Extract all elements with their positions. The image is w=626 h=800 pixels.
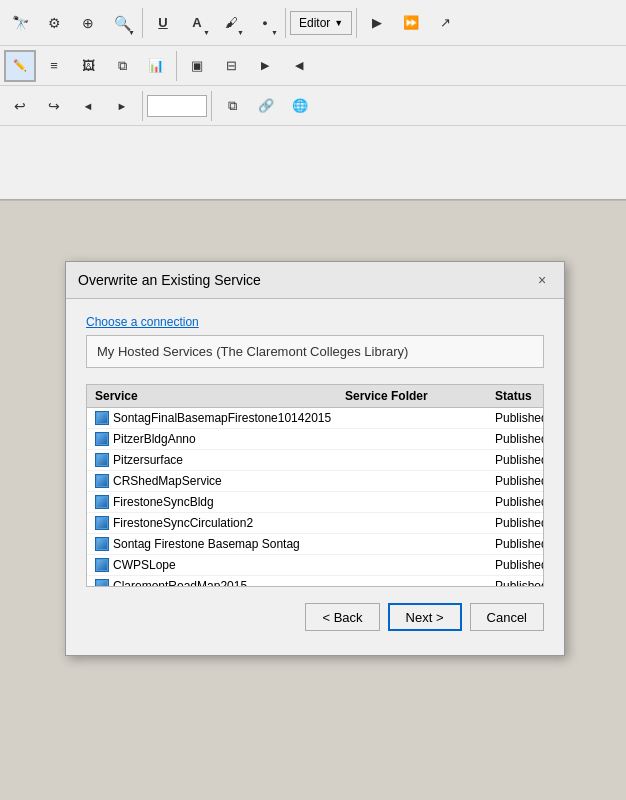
service-name: CRShedMapService	[95, 474, 345, 488]
service-name-text: Pitzersurface	[113, 453, 183, 467]
dialog-title: Overwrite an Existing Service	[78, 272, 261, 288]
service-status: Published	[495, 453, 544, 467]
table-button[interactable]: ≡	[38, 50, 70, 82]
tool-button[interactable]	[38, 7, 70, 39]
service-status: Published	[495, 411, 544, 425]
service-name-text: FirestoneSyncBldg	[113, 495, 214, 509]
arrow-right-button[interactable]: ▶	[249, 50, 281, 82]
back-button[interactable]: ↩	[4, 90, 36, 122]
split-icon: ⊟	[226, 58, 237, 73]
main-area: Overwrite an Existing Service × Choose a…	[0, 201, 626, 800]
img-icon: 🖼	[82, 58, 95, 73]
toolbar-row-3: ↩ ↪ ◄ ► 100% ⧉ 🔗 🌐	[0, 86, 626, 126]
back-label: < Back	[322, 610, 362, 625]
img-button[interactable]: 🖼	[72, 50, 104, 82]
zoom-input[interactable]: 100%	[147, 95, 207, 117]
service-name: CWPSLope	[95, 558, 345, 572]
prev-page-button[interactable]: ◄	[72, 90, 104, 122]
choose-connection-label: Choose a connection	[86, 315, 544, 329]
link-button[interactable]: 🔗	[250, 90, 282, 122]
step-fwd-button[interactable]: ⏩	[395, 7, 427, 39]
col-status: Status	[495, 389, 595, 403]
next-dialog-button[interactable]: Next >	[388, 603, 462, 631]
service-status: Published	[495, 537, 544, 551]
service-name-text: ClaremontRoadMap2015	[113, 579, 247, 587]
arrow-icon: ▼	[128, 29, 135, 36]
service-name-text: SontagFinalBasemapFirestone10142015	[113, 411, 331, 425]
arrow-left-button[interactable]: ◀	[283, 50, 315, 82]
binoculars-button[interactable]	[4, 7, 36, 39]
back-dialog-button[interactable]: < Back	[305, 603, 379, 631]
font-button[interactable]: A ▼	[181, 7, 213, 39]
next-page-icon: ►	[117, 100, 128, 112]
paint-button[interactable]: 🖌 ▼	[215, 7, 247, 39]
table-row[interactable]: FirestoneSyncCirculation2 Published	[87, 513, 543, 534]
separator-3	[356, 8, 357, 38]
service-name: Sontag Firestone Basemap Sontag	[95, 537, 345, 551]
separator-5	[142, 91, 143, 121]
dialog-titlebar: Overwrite an Existing Service ×	[66, 262, 564, 299]
split-button[interactable]: ⊟	[215, 50, 247, 82]
cancel-dialog-button[interactable]: Cancel	[470, 603, 544, 631]
editor-button[interactable]: Editor ▼	[290, 11, 352, 35]
services-table-body[interactable]: SontagFinalBasemapFirestone10142015 Publ…	[86, 407, 544, 587]
connection-value[interactable]: My Hosted Services (The Claremont Colleg…	[86, 335, 544, 368]
service-name: PitzerBldgAnno	[95, 432, 345, 446]
table-row[interactable]: Pitzersurface Published	[87, 450, 543, 471]
dialog-footer: < Back Next > Cancel	[86, 603, 544, 635]
table-row[interactable]: CWPSLope Published	[87, 555, 543, 576]
zoomin-button[interactable]: 🔍 ▼	[106, 7, 138, 39]
service-icon	[95, 516, 109, 530]
service-icon	[95, 495, 109, 509]
toolbar-row-1: 🔍 ▼ U A ▼ 🖌 ▼ ● ▼ Editor ▼ ▶ ⏩	[0, 0, 626, 46]
dot-button[interactable]: ● ▼	[249, 7, 281, 39]
chart-icon: 📊	[148, 58, 164, 73]
play-button[interactable]: ▶	[361, 7, 393, 39]
table-row[interactable]: CRShedMapService Published	[87, 471, 543, 492]
diagonal-button[interactable]: ↗	[429, 7, 461, 39]
copy-icon: ⧉	[228, 98, 237, 114]
prev-page-icon: ◄	[83, 100, 94, 112]
service-icon	[95, 453, 109, 467]
separator-6	[211, 91, 212, 121]
service-status: Published	[495, 495, 544, 509]
back-icon: ↩	[14, 98, 26, 114]
col-folder: Service Folder	[345, 389, 495, 403]
crosshair-button[interactable]	[72, 7, 104, 39]
editor-label: Editor	[299, 16, 330, 30]
table-row[interactable]: FirestoneSyncBldg Published	[87, 492, 543, 513]
table-row[interactable]: ClaremontRoadMap2015 Published	[87, 576, 543, 587]
underline-button[interactable]: U	[147, 7, 179, 39]
window-button[interactable]: ▣	[181, 50, 213, 82]
fwd-button[interactable]: ↪	[38, 90, 70, 122]
layers-icon: ⧉	[118, 58, 127, 74]
service-status: Published	[495, 432, 544, 446]
binoculars-icon	[12, 14, 29, 32]
selected-icon: ✏️	[13, 59, 27, 72]
chart-button[interactable]: 📊	[140, 50, 172, 82]
arrow-left-icon: ◀	[295, 59, 303, 72]
table-row[interactable]: PitzerBldgAnno Published	[87, 429, 543, 450]
diagonal-icon: ↗	[440, 15, 451, 30]
dialog-close-button[interactable]: ×	[532, 270, 552, 290]
font-icon: A	[192, 15, 201, 30]
service-name-text: CWPSLope	[113, 558, 176, 572]
table-row[interactable]: Sontag Firestone Basemap Sontag Publishe…	[87, 534, 543, 555]
table-row[interactable]: SontagFinalBasemapFirestone10142015 Publ…	[87, 408, 543, 429]
service-name: ClaremontRoadMap2015	[95, 579, 345, 587]
next-page-button[interactable]: ►	[106, 90, 138, 122]
service-status: Published	[495, 516, 544, 530]
layers-button[interactable]: ⧉	[106, 50, 138, 82]
arrow-icon-4: ▼	[271, 29, 278, 36]
copy-button[interactable]: ⧉	[216, 90, 248, 122]
service-name-text: CRShedMapService	[113, 474, 222, 488]
arrow-icon-2: ▼	[203, 29, 210, 36]
window-icon: ▣	[191, 58, 203, 73]
separator-4	[176, 51, 177, 81]
globe-button[interactable]: 🌐	[284, 90, 316, 122]
service-icon	[95, 579, 109, 587]
dot-icon: ●	[262, 18, 267, 28]
separator-1	[142, 8, 143, 38]
toolbar-row-2: ✏️ ≡ 🖼 ⧉ 📊 ▣ ⊟ ▶ ◀	[0, 46, 626, 86]
selected-tool-button[interactable]: ✏️	[4, 50, 36, 82]
